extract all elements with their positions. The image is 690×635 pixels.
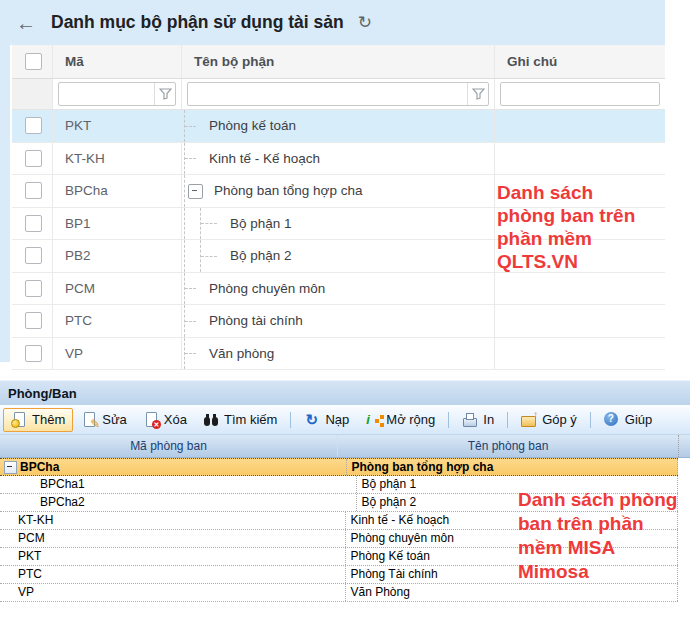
cell-name: Phòng chuyên môn xyxy=(182,273,495,305)
add-document-icon xyxy=(11,412,27,428)
row-checkbox-cell xyxy=(12,208,53,240)
annotation-qlts-line: phần mềm xyxy=(497,227,635,250)
code-text: BP1 xyxy=(53,216,91,231)
annotation-mimosa-line: Danh sách phòng xyxy=(518,488,677,512)
row-checkbox[interactable] xyxy=(25,280,42,297)
table-row[interactable]: PTCPhòng tài chính xyxy=(12,305,665,338)
cell-code: PKT xyxy=(53,110,182,142)
page-title: Danh mục bộ phận sử dụng tài sản xyxy=(51,12,344,33)
header-checkbox-cell xyxy=(12,45,53,78)
toolbar-button-mo-rong[interactable]: Mở rộng xyxy=(357,408,443,432)
code-text: PB2 xyxy=(53,248,91,263)
cell-code: PTC xyxy=(0,566,346,583)
toolbar-button-in[interactable]: In xyxy=(454,408,502,432)
mimosa-window-title: Phòng/Ban xyxy=(0,380,690,405)
table-row[interactable]: VPVăn Phòng xyxy=(0,584,678,602)
code-text: PCM xyxy=(53,281,95,296)
cell-name: Bộ phận 2 xyxy=(182,240,495,272)
cell-code: VP xyxy=(0,584,346,601)
annotation-mimosa: Danh sách phòngban trên phầnmềm MISAMimo… xyxy=(518,488,677,584)
toolbar-button-giup[interactable]: Giúp xyxy=(596,408,660,432)
name-text: Kinh tế - Kế hoạch xyxy=(182,151,320,166)
row-checkbox-cell xyxy=(12,143,53,175)
back-arrow-icon[interactable]: ← xyxy=(16,13,36,33)
toolbar-button-xoa[interactable]: Xóa xyxy=(135,408,195,432)
select-all-checkbox[interactable] xyxy=(25,53,42,70)
cell-name: Văn phòng xyxy=(182,338,495,370)
filter-cell-ma xyxy=(53,79,182,109)
cell-code: VP xyxy=(53,338,182,370)
toolbar-button-gop-y[interactable]: Góp ý xyxy=(513,408,585,432)
cell-code: BPCha2 xyxy=(0,494,357,511)
printer-icon xyxy=(462,412,478,428)
row-checkbox-cell xyxy=(12,110,53,142)
refresh-icon xyxy=(304,412,320,428)
table-row[interactable]: PKTPhòng kế toán xyxy=(12,110,665,143)
filter-cell-ten xyxy=(182,79,495,109)
collapse-minus-icon[interactable] xyxy=(4,461,17,474)
qlts-filter-row xyxy=(12,79,665,110)
edit-document-icon xyxy=(81,412,97,428)
window-title-text: Phòng/Ban xyxy=(8,386,77,401)
toolbar-button-tim-kiem[interactable]: Tìm kiếm xyxy=(195,408,285,432)
row-checkbox[interactable] xyxy=(25,345,42,362)
toolbar-button-them[interactable]: Thêm xyxy=(3,408,73,432)
table-row[interactable]: KT-KHKinh tế - Kế hoạch xyxy=(12,143,665,176)
filter-funnel-icon[interactable] xyxy=(154,83,175,105)
toolbar-button-label: Giúp xyxy=(625,412,652,427)
annotation-qlts: Danh sáchphòng ban trênphần mềmQLTS.VN xyxy=(497,181,635,273)
table-row[interactable]: BPChaPhòng ban tổng hợp cha xyxy=(0,458,678,476)
column-header-ten-bo-phan[interactable]: Tên bộ phận xyxy=(182,45,495,78)
code-text: PKT xyxy=(53,118,91,133)
toolbar-button-label: Góp ý xyxy=(542,412,577,427)
binoculars-icon xyxy=(203,412,219,428)
code-text: BPCha xyxy=(53,183,108,198)
row-checkbox[interactable] xyxy=(25,182,42,199)
annotation-qlts-line: phòng ban trên xyxy=(497,204,635,227)
column-header-ten-phong-ban[interactable]: Tên phòng ban xyxy=(338,435,679,457)
table-row[interactable]: VPVăn phòng xyxy=(12,338,665,371)
filter-checkbox-cell xyxy=(12,79,53,109)
filter-input-ma[interactable] xyxy=(59,83,154,105)
filter-input-ghi-chu[interactable] xyxy=(501,83,659,105)
row-checkbox-cell xyxy=(12,175,53,207)
cell-name: Phòng ban tổng hợp cha xyxy=(347,459,678,475)
cell-code: BPCha1 xyxy=(0,476,357,493)
column-header-ma-phong-ban[interactable]: Mã phòng ban xyxy=(0,435,338,457)
help-icon xyxy=(604,412,620,428)
toolbar-button-label: Mở rộng xyxy=(386,412,435,427)
name-text: Bộ phận 2 xyxy=(182,248,292,263)
annotation-mimosa-line: ban trên phần xyxy=(518,512,677,536)
cell-note xyxy=(495,273,665,305)
cell-note xyxy=(495,110,665,142)
expand-tree-icon xyxy=(365,412,381,428)
toolbar-button-sua[interactable]: Sửa xyxy=(73,408,135,432)
toolbar-button-nap[interactable]: Nạp xyxy=(296,408,357,432)
funnel-glyph xyxy=(472,88,485,100)
row-checkbox[interactable] xyxy=(25,117,42,134)
cell-code: KT-KH xyxy=(53,143,182,175)
code-text: PTC xyxy=(53,313,92,328)
cell-code: BP1 xyxy=(53,208,182,240)
filter-funnel-icon[interactable] xyxy=(467,83,488,105)
filter-input-ten-bo-phan[interactable] xyxy=(188,83,467,105)
row-checkbox[interactable] xyxy=(25,150,42,167)
toolbar-button-label: Tìm kiếm xyxy=(224,412,277,427)
row-checkbox[interactable] xyxy=(25,247,42,264)
cell-code: PKT xyxy=(0,548,346,565)
collapse-minus-icon[interactable] xyxy=(188,184,203,199)
cell-code: BPCha xyxy=(53,175,182,207)
annotation-qlts-line: QLTS.VN xyxy=(497,250,635,273)
refresh-icon[interactable]: ↻ xyxy=(358,14,372,31)
toolbar-button-label: Xóa xyxy=(164,412,187,427)
name-text: Phòng tài chính xyxy=(182,313,303,328)
column-header-ghi-chu[interactable]: Ghi chú xyxy=(495,45,665,78)
column-header-ma[interactable]: Mã xyxy=(53,45,182,78)
name-text: Phòng kế toán xyxy=(182,118,296,133)
row-checkbox[interactable] xyxy=(25,215,42,232)
row-checkbox[interactable] xyxy=(25,312,42,329)
table-row[interactable]: PCMPhòng chuyên môn xyxy=(12,273,665,306)
cell-code: PB2 xyxy=(53,240,182,272)
toolbar-button-label: Nạp xyxy=(325,412,349,427)
toolbar-button-label: Sửa xyxy=(102,412,127,427)
